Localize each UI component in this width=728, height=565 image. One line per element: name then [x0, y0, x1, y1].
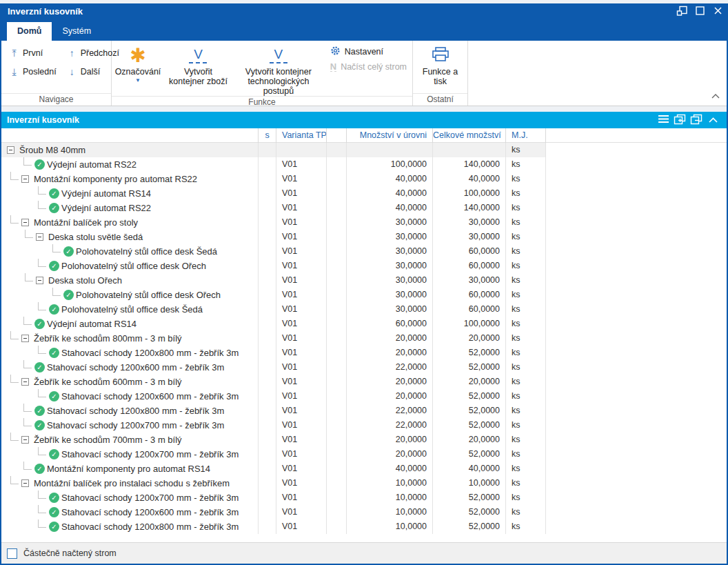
collapse-expander-icon[interactable] [21, 219, 29, 226]
empty-cell [326, 505, 346, 519]
table-row[interactable]: ✓Stahovací schody 1200x600 mm - žebřík 3… [1, 360, 727, 375]
column-header-variant[interactable]: Varianta TP [276, 128, 326, 143]
first-button[interactable]: ⤒ První [6, 44, 61, 62]
table-row[interactable]: ✓Výdejní automat RS14 V01 60,0000 100,00… [1, 317, 727, 331]
table-row[interactable]: ✓Polohovatelný stůl office desk Ořech V0… [1, 259, 727, 273]
variant-cell: V01 [276, 157, 326, 172]
variant-cell: V01 [276, 186, 326, 201]
tree-cell: ✓Polohovatelný stůl office desk Ořech [1, 288, 258, 302]
item-label: Žebřík ke schodům 800mm - 3 m bílý [34, 332, 182, 346]
table-row[interactable]: ✓Stahovací schody 1200x600 mm - žebřík 3… [1, 389, 727, 404]
table-row[interactable]: ✓Stahovací schody 1200x800 mm - žebřík 3… [1, 346, 727, 360]
qty-level-cell: 40,0000 [346, 172, 432, 186]
qty-total-cell: 52,0000 [432, 404, 505, 418]
partially-loaded-tree-label: Částečně načtený strom [23, 548, 117, 558]
collapse-expander-icon[interactable] [7, 146, 14, 154]
column-header-unit[interactable]: M.J. [505, 128, 545, 143]
collapse-expander-icon[interactable] [36, 277, 43, 284]
column-header-qty-level[interactable]: Množství v úrovni [346, 128, 432, 143]
green-check-icon: ✓ [34, 362, 45, 373]
table-row[interactable]: ✓Polohovatelný stůl office desk Šedá V01… [1, 302, 727, 317]
table-row[interactable]: ✓Stahovací schody 1200x800 mm - žebřík 3… [1, 404, 727, 418]
s-cell [258, 490, 276, 505]
table-row[interactable]: Žebřík ke schodům 600mm - 3 m bílý V01 2… [1, 375, 727, 389]
table-row[interactable]: Montážní balíček pro instalaci schodu s … [1, 476, 727, 490]
table-row[interactable]: Deska stolu Ořech V01 30,0000 30,0000 ks [1, 273, 727, 288]
empty-cell [326, 462, 346, 476]
green-check-icon: ✓ [49, 391, 59, 402]
table-row[interactable]: Montážní balíček pro stoly V01 30,0000 3… [1, 215, 727, 230]
variant-cell: V01 [276, 476, 326, 490]
marking-button[interactable]: ✱ Označování ▼ [112, 41, 164, 96]
qty-level-cell: 20,0000 [346, 331, 432, 346]
last-label: Poslední [23, 67, 57, 77]
column-header-s[interactable]: s [258, 128, 276, 143]
item-label: Polohovatelný stůl office desk Ořech [61, 259, 206, 273]
collapse-ribbon-button[interactable] [711, 89, 720, 101]
item-label: Stahovací schody 1200x800 mm - žebřík 3m [61, 520, 239, 534]
table-row[interactable]: ✓Stahovací schody 1200x700 mm - žebřík 3… [1, 418, 727, 433]
table-row[interactable]: Montážní komponenty pro automat RS22 V01… [1, 172, 727, 186]
table-row[interactable]: Šroub M8 40mm ks [1, 143, 727, 157]
table-row[interactable]: ✓Stahovací schody 1200x700 mm - žebřík 3… [1, 447, 727, 462]
column-header-empty[interactable] [326, 128, 346, 143]
tree-connector-line [38, 186, 46, 195]
table-row[interactable]: ✓Stahovací schody 1200x800 mm - žebřík 3… [1, 519, 727, 534]
s-cell [258, 157, 276, 172]
collapse-all-button[interactable] [688, 112, 705, 128]
collapse-expander-icon[interactable] [21, 436, 29, 444]
variant-cell: V01 [276, 172, 326, 186]
table-row[interactable]: ✓Stahovací schody 1200x600 mm - žebřík 3… [1, 505, 727, 519]
create-goods-container-button[interactable]: V Vytvořit kontejner zboží [164, 41, 232, 96]
table-row[interactable]: Žebřík ke schodům 700mm - 3 m bílý V01 2… [1, 433, 727, 447]
partially-loaded-tree-checkbox[interactable] [7, 548, 17, 559]
column-header-tree[interactable] [1, 128, 258, 143]
s-cell [258, 433, 276, 447]
empty-cell [326, 259, 346, 273]
panel-title: Inverzní kusovník [7, 115, 79, 125]
collapse-expander-icon[interactable] [21, 378, 29, 386]
column-header-qty-total[interactable]: Celkové množství [432, 128, 505, 143]
settings-button[interactable]: Nastavení [330, 46, 407, 58]
unit-cell: ks [505, 186, 545, 201]
maximize-button[interactable] [691, 3, 709, 19]
collapse-expander-icon[interactable] [21, 479, 29, 487]
collapse-panel-button[interactable] [705, 112, 721, 128]
functions-print-button[interactable]: Funkce a tisk [414, 41, 467, 93]
panel-header: Inverzní kusovník [1, 112, 727, 128]
qty-level-cell: 40,0000 [346, 201, 432, 215]
s-cell [258, 215, 276, 230]
table-row[interactable]: ✓Polohovatelný stůl office desk Šedá V01… [1, 244, 727, 259]
table-row[interactable]: ✓Montážní komponenty pro automat RS14 V0… [1, 462, 727, 476]
tree-cell: ✓Výdejní automat RS14 [1, 186, 258, 201]
item-label: Stahovací schody 1200x700 mm - žebřík 3m [61, 448, 239, 462]
collapse-expander-icon[interactable] [21, 335, 29, 342]
item-label: Výdejní automat RS14 [47, 317, 136, 331]
table-row[interactable]: Žebřík ke schodům 800mm - 3 m bílý V01 2… [1, 331, 727, 346]
item-label: Stahovací schody 1200x700 mm - žebřík 3m [61, 491, 239, 505]
item-label: Polohovatelný stůl office desk Ořech [76, 288, 221, 302]
collapse-expander-icon[interactable] [36, 233, 43, 241]
qty-level-cell: 22,0000 [346, 418, 432, 433]
table-row[interactable]: ✓Výdejní automat RS14 V01 40,0000 100,00… [1, 186, 727, 201]
float-window-button[interactable] [673, 3, 691, 19]
tab-domu[interactable]: Domů [7, 22, 52, 41]
table-row[interactable]: Deska stolu světle šedá V01 30,0000 30,0… [1, 230, 727, 244]
table-row[interactable]: ✓Stahovací schody 1200x700 mm - žebřík 3… [1, 490, 727, 505]
qty-total-cell: 52,0000 [432, 505, 505, 519]
collapse-expander-icon[interactable] [21, 175, 29, 183]
last-button[interactable]: ⤓ Poslední [6, 63, 61, 81]
variant-cell: V01 [276, 201, 326, 215]
create-tech-container-button[interactable]: V Vytvořit kontejner technologických pos… [232, 41, 325, 96]
empty-cell [326, 447, 346, 462]
table-row[interactable]: ✓Výdejní automat RS22 V01 100,0000 140,0… [1, 157, 727, 172]
item-label: Výdejní automat RS22 [61, 201, 151, 215]
tab-system[interactable]: Systém [52, 22, 101, 41]
table-row[interactable]: ✓Polohovatelný stůl office desk Ořech V0… [1, 288, 727, 302]
close-button[interactable] [709, 3, 727, 19]
expand-all-button[interactable] [671, 112, 688, 128]
table-empty-area [1, 534, 727, 542]
tree-cell: ✓Stahovací schody 1200x700 mm - žebřík 3… [1, 447, 258, 462]
panel-menu-button[interactable] [655, 112, 671, 128]
table-row[interactable]: ✓Výdejní automat RS22 V01 40,0000 140,00… [1, 201, 727, 215]
